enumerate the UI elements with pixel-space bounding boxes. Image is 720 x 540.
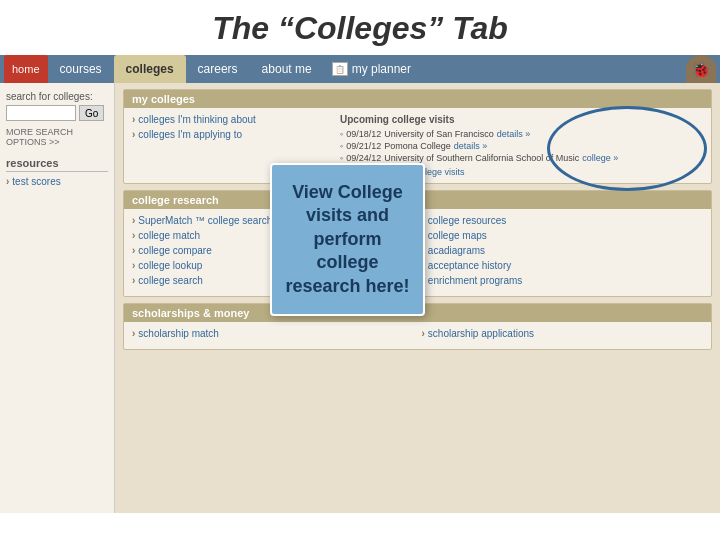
planner-label: my planner: [352, 62, 411, 76]
sidebar-more-options[interactable]: MORE SEARCH OPTIONS >>: [6, 127, 108, 147]
colleges-applying-link[interactable]: colleges I'm applying to: [132, 129, 332, 140]
visit-link-2[interactable]: details »: [454, 141, 488, 151]
nav-tab-courses[interactable]: courses: [48, 55, 114, 83]
visit-date-3: 09/24/12: [346, 153, 381, 163]
acceptance-history-link[interactable]: acceptance history: [422, 260, 704, 271]
sidebar: search for colleges: Go MORE SEARCH OPTI…: [0, 83, 115, 513]
research-right-col: college resources college maps acadiagra…: [422, 215, 704, 290]
tooltip-popup: View College visits and perform college …: [270, 163, 425, 316]
nav-tab-colleges[interactable]: colleges: [114, 55, 186, 83]
visit-name-2: Pomona College: [384, 141, 451, 151]
search-input[interactable]: [6, 105, 76, 121]
right-main: my colleges colleges I'm thinking about …: [115, 83, 720, 513]
nav-tab-careers[interactable]: careers: [186, 55, 250, 83]
visit-link-3[interactable]: college »: [582, 153, 618, 163]
my-colleges-header: my colleges: [124, 90, 711, 108]
scholarships-right-col: scholarship applications: [422, 328, 704, 343]
nav-tab-about-me[interactable]: about me: [250, 55, 324, 83]
main-content: search for colleges: Go MORE SEARCH OPTI…: [0, 83, 720, 513]
visit-item-2: 09/21/12 Pomona College details »: [340, 141, 703, 151]
planner-icon: 📋: [332, 62, 348, 76]
scholarships-left-col: scholarship match: [132, 328, 414, 343]
visit-date-1: 09/18/12: [346, 129, 381, 139]
colleges-thinking-link[interactable]: colleges I'm thinking about: [132, 114, 332, 125]
page-title: The “Colleges” Tab: [0, 0, 720, 55]
scholarship-applications-link[interactable]: scholarship applications: [422, 328, 704, 339]
scholarships-body: scholarship match scholarship applicatio…: [124, 322, 711, 349]
visit-item-3: 09/24/12 University of Southern Californ…: [340, 153, 703, 163]
visit-name-1: University of San Francisco: [384, 129, 494, 139]
college-resources-link[interactable]: college resources: [422, 215, 704, 226]
nav-planner[interactable]: 📋 my planner: [324, 59, 419, 79]
sidebar-link-test-scores[interactable]: test scores: [6, 176, 108, 187]
sidebar-resources-title: resources: [6, 157, 108, 172]
college-maps-link[interactable]: college maps: [422, 230, 704, 241]
enrichment-programs-link[interactable]: enrichment programs: [422, 275, 704, 286]
search-go-button[interactable]: Go: [79, 105, 104, 121]
visit-name-3: University of Southern California School…: [384, 153, 579, 163]
upcoming-title: Upcoming college visits: [340, 114, 703, 125]
nav-insect-icon: 🐞: [686, 55, 716, 83]
visit-link-1[interactable]: details »: [497, 129, 531, 139]
visit-item-1: 09/18/12 University of San Francisco det…: [340, 129, 703, 139]
scholarship-match-link[interactable]: scholarship match: [132, 328, 414, 339]
sidebar-search-row: Go: [6, 105, 108, 121]
nav-home[interactable]: home: [4, 55, 48, 83]
nav-bar: home courses colleges careers about me 📋…: [0, 55, 720, 83]
sidebar-search-label: search for colleges:: [6, 91, 108, 102]
visit-date-2: 09/21/12: [346, 141, 381, 151]
acadiagrams-link[interactable]: acadiagrams: [422, 245, 704, 256]
